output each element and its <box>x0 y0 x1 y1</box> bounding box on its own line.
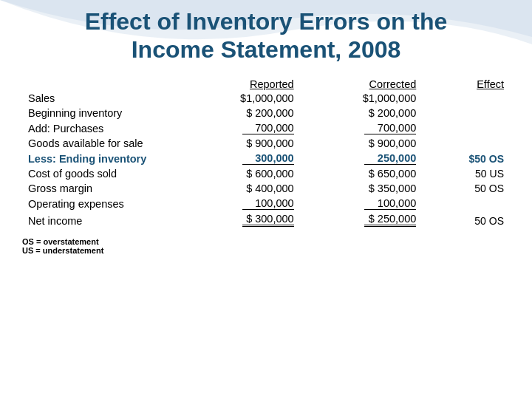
row-reported: 300,000 <box>177 151 300 166</box>
row-corrected: 250,000 <box>300 151 423 166</box>
row-reported: 100,000 <box>177 196 300 211</box>
row-reported: $ 600,000 <box>177 166 300 181</box>
footnote-os: OS = overstatement <box>22 237 510 246</box>
main-content: Effect of Inventory Errors on the Income… <box>0 0 532 262</box>
row-label: Cost of goods sold <box>22 166 177 181</box>
page-title: Effect of Inventory Errors on the Income… <box>22 7 510 64</box>
row-effect <box>422 196 510 211</box>
col-header-reported: Reported <box>177 78 300 91</box>
table-row: Sales$1,000,000$1,000,000 <box>22 91 510 106</box>
row-label: Goods available for sale <box>22 136 177 151</box>
col-header-corrected: Corrected <box>300 78 423 91</box>
row-corrected: $ 250,000 <box>300 211 423 228</box>
row-label: Less: Ending inventory <box>22 151 177 166</box>
table-row: Less: Ending inventory300,000250,000$50 … <box>22 151 510 166</box>
row-reported: $ 300,000 <box>177 211 300 228</box>
row-corrected: $ 650,000 <box>300 166 423 181</box>
row-effect: 50 OS <box>422 181 510 196</box>
row-label: Gross margin <box>22 181 177 196</box>
table-row: Goods available for sale$ 900,000$ 900,0… <box>22 136 510 151</box>
table-header-row: Reported Corrected Effect <box>22 78 510 91</box>
table-row: Cost of goods sold$ 600,000$ 650,00050 U… <box>22 166 510 181</box>
row-effect <box>422 136 510 151</box>
row-effect <box>422 91 510 106</box>
row-reported: $ 200,000 <box>177 106 300 120</box>
row-label: Operating expenses <box>22 196 177 211</box>
col-header-effect: Effect <box>422 78 510 91</box>
row-reported: $1,000,000 <box>177 91 300 106</box>
row-effect: $50 OS <box>422 151 510 166</box>
table-container: Reported Corrected Effect Sales$1,000,00… <box>22 78 510 228</box>
row-reported: $ 900,000 <box>177 136 300 151</box>
row-effect: 50 US <box>422 166 510 181</box>
row-corrected: $ 200,000 <box>300 106 423 120</box>
row-corrected: $ 900,000 <box>300 136 423 151</box>
row-corrected: $1,000,000 <box>300 91 423 106</box>
table-row: Add: Purchases700,000700,000 <box>22 120 510 136</box>
row-corrected: $ 350,000 <box>300 181 423 196</box>
row-reported: 700,000 <box>177 120 300 136</box>
table-row: Beginning inventory$ 200,000$ 200,000 <box>22 106 510 120</box>
row-corrected: 700,000 <box>300 120 423 136</box>
table-row: Gross margin$ 400,000$ 350,00050 OS <box>22 181 510 196</box>
row-effect: 50 OS <box>422 211 510 228</box>
footnote-us: US = understatement <box>22 246 510 255</box>
row-corrected: 100,000 <box>300 196 423 211</box>
table-row: Net income$ 300,000$ 250,00050 OS <box>22 211 510 228</box>
row-reported: $ 400,000 <box>177 181 300 196</box>
row-label: Sales <box>22 91 177 106</box>
footnotes: OS = overstatement US = understatement <box>22 237 510 255</box>
row-label: Net income <box>22 211 177 228</box>
row-label: Beginning inventory <box>22 106 177 120</box>
row-label: Add: Purchases <box>22 120 177 136</box>
data-table: Reported Corrected Effect Sales$1,000,00… <box>22 78 510 228</box>
row-effect <box>422 106 510 120</box>
col-header-label <box>22 78 177 91</box>
table-row: Operating expenses100,000100,000 <box>22 196 510 211</box>
row-effect <box>422 120 510 136</box>
